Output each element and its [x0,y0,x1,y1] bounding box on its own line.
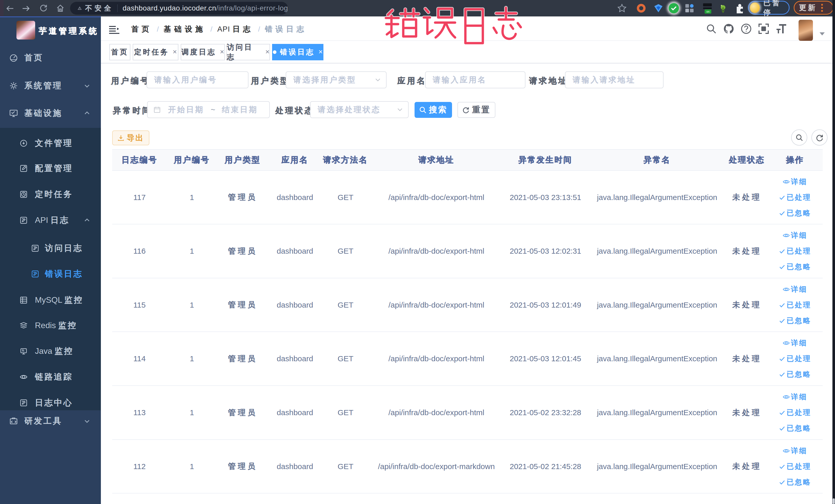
svg-text:on: on [707,10,710,13]
